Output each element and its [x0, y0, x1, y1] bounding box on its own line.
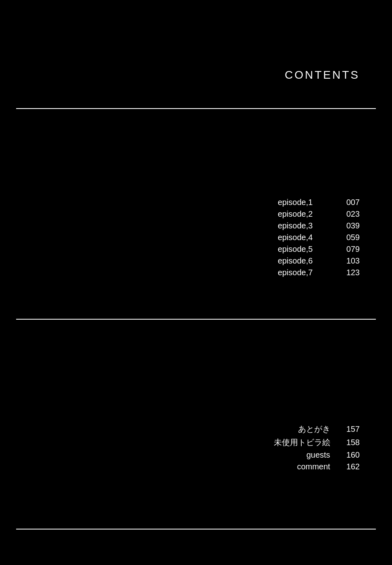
episode-page: 039: [330, 221, 360, 230]
episode-page: 023: [330, 209, 360, 219]
extra-page: 158: [330, 438, 360, 447]
divider-bottom: [16, 529, 376, 529]
extra-label: あとがき: [266, 424, 330, 435]
episode-row: episode,7123: [278, 268, 360, 277]
extra-label: guests: [266, 450, 330, 460]
episode-page: 059: [330, 233, 360, 242]
episode-page: 103: [330, 256, 360, 266]
episode-row: episode,2023: [278, 209, 360, 219]
episode-row: episode,4059: [278, 233, 360, 242]
episode-row: episode,1007: [278, 198, 360, 207]
extra-page: 160: [330, 450, 360, 460]
episode-page: 007: [330, 198, 360, 207]
divider-top: [16, 108, 376, 109]
contents-title: CONTENTS: [285, 69, 360, 81]
extra-row: comment162: [266, 462, 360, 471]
episode-page: 123: [330, 268, 360, 277]
extra-row: あとがき157: [266, 424, 360, 435]
episode-page: 079: [330, 245, 360, 254]
episode-label: episode,1: [278, 198, 330, 207]
divider-middle: [16, 319, 376, 320]
extra-page: 157: [330, 425, 360, 434]
extra-label: 未使用トビラ絵: [266, 437, 330, 448]
episode-label: episode,7: [278, 268, 330, 277]
episode-row: episode,6103: [278, 256, 360, 266]
episode-label: episode,3: [278, 221, 330, 230]
episode-label: episode,4: [278, 233, 330, 242]
extras-section: あとがき157未使用トビラ絵158guests160comment162: [266, 424, 360, 474]
episode-row: episode,5079: [278, 245, 360, 254]
extra-page: 162: [330, 462, 360, 471]
extra-row: 未使用トビラ絵158: [266, 437, 360, 448]
header-section: CONTENTS: [285, 69, 360, 82]
episode-label: episode,2: [278, 209, 330, 219]
extra-row: guests160: [266, 450, 360, 460]
episode-label: episode,6: [278, 256, 330, 266]
episode-label: episode,5: [278, 245, 330, 254]
extra-label: comment: [266, 462, 330, 471]
episodes-section: episode,1007episode,2023episode,3039epis…: [278, 198, 360, 280]
page-container: CONTENTS episode,1007episode,2023episode…: [0, 0, 392, 565]
episode-row: episode,3039: [278, 221, 360, 230]
